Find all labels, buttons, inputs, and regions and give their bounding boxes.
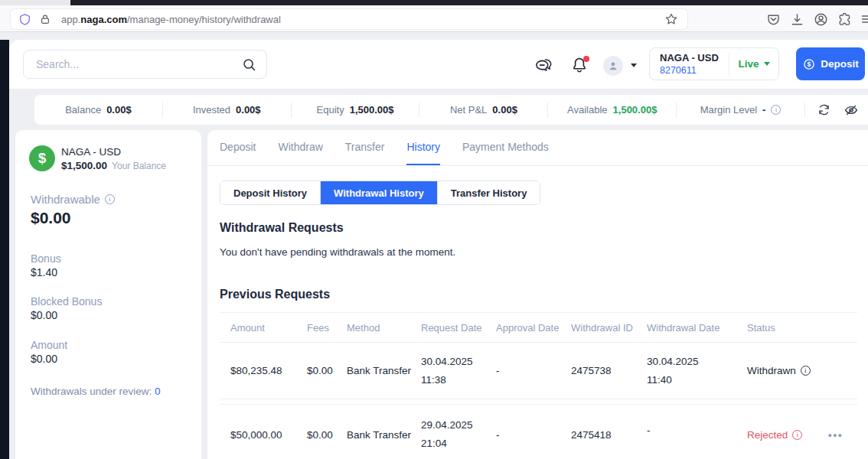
- top-navigation: NAGA - USD 8270611 Live $ Deposit: [9, 40, 868, 89]
- shield-icon[interactable]: [18, 13, 31, 26]
- lock-icon[interactable]: [39, 13, 51, 25]
- withdrawable-info-icon[interactable]: [105, 194, 115, 204]
- segment-deposit-history[interactable]: Deposit History: [220, 181, 321, 204]
- browser-active-tab-edge: [0, 0, 70, 5]
- row-actions-menu[interactable]: •••: [828, 429, 857, 441]
- browser-url-bar: app.naga.com/manage-money/history/withdr…: [0, 5, 868, 32]
- download-icon[interactable]: [790, 12, 804, 27]
- account-mode-dropdown[interactable]: Live: [729, 58, 778, 70]
- no-pending-withdrawals-text: You don't have pending withdrawals at th…: [220, 246, 455, 258]
- account-selector[interactable]: NAGA - USD 8270611 Live: [649, 47, 779, 80]
- mode-chevron-down-icon: [764, 62, 770, 66]
- row-method: Bank Transfer: [347, 429, 421, 441]
- row-request-date: 30.04.2025 11:38: [421, 356, 496, 386]
- row-method: Bank Transfer: [347, 365, 421, 376]
- blocked-bonus-label: Blocked Bonus: [31, 295, 102, 308]
- svg-text:$: $: [808, 60, 811, 67]
- row-request-date: 29.04.2025 21:04: [421, 420, 496, 449]
- hide-balances-eye-off-icon[interactable]: [844, 103, 859, 118]
- tab-history[interactable]: History: [406, 130, 440, 165]
- row-approval-date: -: [496, 365, 571, 376]
- account-id: 8270611: [660, 65, 729, 76]
- extensions-puzzle-icon[interactable]: [837, 12, 852, 27]
- manage-money-panel: Deposit Withdraw Transfer History Paymen…: [207, 130, 868, 459]
- status-text: Rejected: [747, 429, 788, 441]
- row-status: Rejected: [747, 429, 828, 441]
- under-review-label: Withdrawals under review:: [31, 386, 152, 397]
- withdrawal-time: 11:40: [647, 375, 747, 386]
- sidebar-account-name: NAGA - USD: [61, 146, 121, 158]
- browser-account-icon[interactable]: [814, 12, 828, 27]
- balance-value: 0.00$: [106, 104, 132, 116]
- balance-label: Balance: [65, 104, 101, 116]
- row-status: Withdrawn: [747, 365, 828, 376]
- table-row: $80,235.48 $0.00 Bank Transfer 30.04.202…: [220, 343, 857, 399]
- dollar-circle-icon: [29, 145, 55, 171]
- row-amount: $50,000.00: [220, 429, 307, 441]
- wallet-sidebar: NAGA - USD $1,500.00 Your Balance Withdr…: [15, 130, 201, 459]
- bonus-label: Bonus: [31, 252, 61, 265]
- user-avatar[interactable]: [603, 56, 623, 76]
- url-text: app.naga.com/manage-money/history/withdr…: [61, 14, 281, 25]
- request-date: 30.04.2025: [421, 356, 496, 367]
- available-value: 1,500.00$: [613, 104, 658, 116]
- profile-chevron-down-icon[interactable]: [631, 63, 637, 67]
- deposit-button-label: Deposit: [821, 58, 859, 70]
- col-amount: Amount: [220, 322, 307, 334]
- tab-transfer[interactable]: Transfer: [345, 130, 385, 165]
- url-path: /manage-money/history/withdrawal: [127, 14, 281, 25]
- deposit-coin-icon: $: [802, 57, 816, 71]
- status-info-icon[interactable]: [792, 430, 802, 440]
- withdrawal-requests-title: Withdrawal Requests: [220, 221, 344, 235]
- table-row: $50,000.00 $0.00 Bank Transfer 29.04.202…: [220, 404, 857, 459]
- url-subdomain: app.: [61, 14, 80, 25]
- balance-item-balance: Balance 0.00$: [34, 103, 163, 118]
- balance-item-available: Available 1,500.00$: [548, 103, 677, 118]
- pocket-icon[interactable]: [766, 12, 781, 27]
- blocked-bonus-value: $0.00: [31, 309, 57, 321]
- browser-menu-icon[interactable]: [860, 12, 868, 26]
- withdrawal-date: -: [647, 425, 747, 436]
- search-input[interactable]: [24, 58, 242, 70]
- notification-dot: [583, 56, 589, 62]
- balance-item-equity: Equity 1,500.00$: [292, 103, 420, 118]
- segment-withdrawal-history[interactable]: Withdrawal History: [321, 181, 438, 204]
- support-chat-icon[interactable]: [534, 57, 554, 74]
- search-box: [23, 50, 267, 79]
- withdrawals-under-review-link[interactable]: Withdrawals under review: 0: [31, 386, 161, 397]
- dark-left-rail: [0, 40, 9, 459]
- row-withdrawal-id: 2475418: [571, 429, 647, 441]
- withdrawal-date: 30.04.2025: [647, 356, 747, 367]
- notifications-bell-icon[interactable]: [570, 56, 589, 77]
- tab-withdraw[interactable]: Withdraw: [278, 130, 322, 165]
- bookmark-star-icon[interactable]: [664, 12, 678, 26]
- segment-transfer-history[interactable]: Transfer History: [438, 181, 540, 204]
- account-info: NAGA - USD 8270611: [650, 53, 729, 76]
- margin-level-info-icon[interactable]: [771, 105, 781, 115]
- available-label: Available: [567, 104, 608, 116]
- request-time: 21:04: [421, 438, 496, 449]
- app-screen: app.naga.com/manage-money/history/withdr…: [0, 0, 868, 459]
- balance-item-invested: Invested 0.00$: [163, 103, 292, 118]
- refresh-icon[interactable]: [817, 103, 831, 117]
- row-fees: $0.00: [307, 429, 347, 441]
- tab-deposit[interactable]: Deposit: [220, 130, 256, 165]
- request-time: 11:38: [421, 375, 496, 386]
- deposit-button[interactable]: $ Deposit: [796, 47, 865, 80]
- sidebar-balance: $1,500.00: [61, 160, 107, 171]
- tab-payment-methods[interactable]: Payment Methods: [462, 130, 549, 165]
- account-name: NAGA - USD: [660, 52, 729, 63]
- invested-value: 0.00$: [236, 104, 261, 116]
- row-withdrawal-date: 30.04.2025 11:40: [647, 356, 747, 386]
- status-info-icon[interactable]: [801, 366, 811, 376]
- balance-bar-actions: [805, 103, 868, 118]
- row-fees: $0.00: [307, 365, 347, 376]
- equity-label: Equity: [317, 104, 344, 116]
- row-withdrawal-date: -: [647, 425, 747, 444]
- request-date: 29.04.2025: [421, 420, 496, 431]
- row-approval-date: -: [496, 429, 571, 441]
- address-field[interactable]: app.naga.com/manage-money/history/withdr…: [11, 9, 687, 29]
- search-icon: [242, 57, 256, 72]
- withdrawable-label: Withdrawable: [31, 193, 100, 206]
- row-amount: $80,235.48: [220, 365, 307, 376]
